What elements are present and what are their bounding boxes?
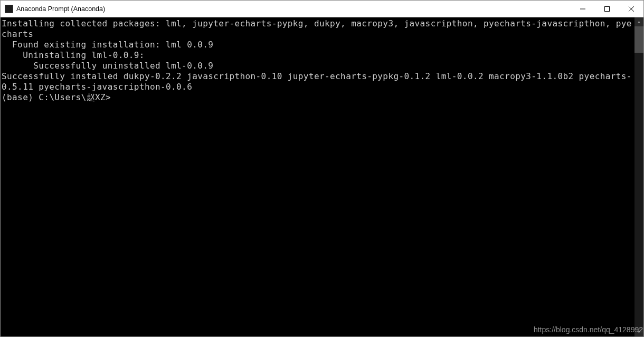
terminal-line: Successfully uninstalled lml-0.0.9	[2, 61, 633, 71]
minimize-icon	[580, 6, 585, 12]
terminal-line: Found existing installation: lml 0.0.9	[2, 40, 633, 50]
scroll-down-arrow-icon[interactable]: ▼	[634, 328, 643, 336]
terminal-line: Installing collected packages: lml, jupy…	[2, 18, 633, 40]
vertical-scrollbar[interactable]: ▲ ▼	[634, 17, 643, 336]
app-icon	[5, 5, 13, 13]
window-controls	[571, 1, 643, 17]
close-button[interactable]	[619, 1, 643, 17]
close-icon	[629, 6, 634, 12]
minimize-button[interactable]	[571, 1, 595, 17]
svg-rect-1	[605, 6, 610, 11]
terminal-line: (base) C:\Users\赵XZ>	[2, 92, 633, 103]
terminal-output[interactable]: Installing collected packages: lml, jupy…	[1, 17, 634, 336]
maximize-icon	[604, 6, 610, 12]
terminal-line: Uninstalling lml-0.0.9:	[2, 50, 633, 61]
scroll-up-arrow-icon[interactable]: ▲	[634, 17, 643, 26]
scroll-thumb[interactable]	[634, 26, 643, 53]
terminal-area: Installing collected packages: lml, jupy…	[1, 17, 643, 336]
terminal-window: Anaconda Prompt (Anaconda) Installing co…	[0, 0, 644, 337]
terminal-line: Successfully installed dukpy-0.2.2 javas…	[2, 71, 633, 92]
title-bar[interactable]: Anaconda Prompt (Anaconda)	[1, 1, 643, 17]
maximize-button[interactable]	[595, 1, 619, 17]
window-title: Anaconda Prompt (Anaconda)	[16, 5, 571, 13]
